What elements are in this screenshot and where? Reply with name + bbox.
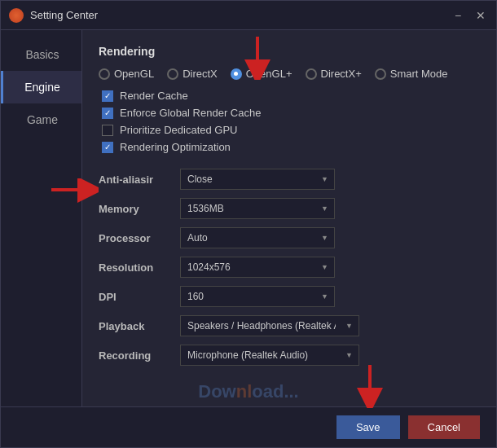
radio-opengl[interactable]: OpenGL <box>99 68 154 80</box>
radio-directx[interactable]: DirectX <box>167 68 218 80</box>
app-icon <box>9 8 24 23</box>
save-button[interactable]: Save <box>336 415 400 439</box>
rendering-options: OpenGL DirectX OpenGL+ DirectX+ Smart Mo… <box>99 68 480 80</box>
dpi-select[interactable]: 120 160 200 240 <box>180 286 335 307</box>
checkbox-render-cache-box[interactable] <box>102 90 113 102</box>
checkbox-render-cache-label: Render Cache <box>120 90 188 102</box>
label-playback: Playback <box>99 311 180 340</box>
checkbox-dedicated-gpu[interactable]: Prioritize Dedicated GPU <box>99 124 480 136</box>
dpi-dropdown-wrapper: 120 160 200 240 <box>180 286 335 307</box>
sidebar-item-game[interactable]: Game <box>1 103 81 136</box>
control-recording: Microphone (Realtek Audio) <box>180 340 480 370</box>
label-recording: Recording <box>99 340 180 370</box>
checkbox-render-opt-label: Rendering Optimization <box>120 141 231 153</box>
close-button[interactable]: ✕ <box>473 9 488 22</box>
section-title: Rendering <box>99 45 480 58</box>
radio-smartmode-label: Smart Mode <box>390 68 448 80</box>
processor-dropdown-wrapper: Auto 1 2 4 <box>180 227 335 248</box>
radio-opengl-label: OpenGL <box>114 68 154 80</box>
label-memory: Memory <box>99 194 180 223</box>
cancel-button[interactable]: Cancel <box>408 415 480 439</box>
radio-directx-indicator <box>167 68 178 80</box>
checkbox-dedicated-gpu-box[interactable] <box>102 125 113 136</box>
checkbox-render-opt[interactable]: Rendering Optimization <box>99 141 480 153</box>
memory-select[interactable]: 512MB 1024MB 1536MB 2048MB 4096MB <box>180 198 335 219</box>
label-resolution: Resolution <box>99 253 180 282</box>
radio-smartmode[interactable]: Smart Mode <box>375 68 448 80</box>
minimize-button[interactable]: − <box>451 9 465 22</box>
radio-directxplus-indicator <box>306 68 317 80</box>
control-dpi: 120 160 200 240 <box>180 282 480 311</box>
radio-openglplus-label: OpenGL+ <box>246 68 292 80</box>
control-processor: Auto 1 2 4 <box>180 223 480 253</box>
recording-select[interactable]: Microphone (Realtek Audio) <box>180 345 359 366</box>
playback-dropdown-wrapper: Speakers / Headphones (Realtek Audio) <box>180 315 359 336</box>
recording-dropdown-wrapper: Microphone (Realtek Audio) <box>180 345 359 366</box>
checkbox-dedicated-gpu-label: Prioritize Dedicated GPU <box>120 124 238 136</box>
control-antialiasing: Close 2x MSAA 4x MSAA 8x MSAA <box>180 165 480 194</box>
radio-directxplus-label: DirectX+ <box>321 68 362 80</box>
checkbox-render-opt-box[interactable] <box>102 142 113 153</box>
memory-dropdown-wrapper: 512MB 1024MB 1536MB 2048MB 4096MB <box>180 198 335 219</box>
label-antialiasing: Anti-aliasir <box>99 165 180 194</box>
checkbox-global-render[interactable]: Enforce Global Render Cache <box>99 107 480 119</box>
control-playback: Speakers / Headphones (Realtek Audio) <box>180 311 480 340</box>
window-controls: − ✕ <box>451 9 488 22</box>
sidebar-item-engine[interactable]: Engine <box>1 71 81 103</box>
antialiasing-select[interactable]: Close 2x MSAA 4x MSAA 8x MSAA <box>180 169 335 190</box>
label-dpi: DPI <box>99 282 180 311</box>
sidebar-item-basics[interactable]: Basics <box>1 38 81 71</box>
main-window: Setting Center − ✕ Basics Engine Game Re… <box>0 0 497 448</box>
resolution-select[interactable]: 800x600 1024x576 1280x720 1920x1080 <box>180 257 335 278</box>
content-area: Basics Engine Game Rendering OpenGL Dire… <box>1 30 496 406</box>
title-bar: Setting Center − ✕ <box>1 1 496 30</box>
radio-openglplus-indicator <box>231 68 242 80</box>
window-title: Setting Center <box>30 9 451 21</box>
control-resolution: 800x600 1024x576 1280x720 1920x1080 <box>180 253 480 282</box>
checkbox-render-cache[interactable]: Render Cache <box>99 90 480 102</box>
resolution-dropdown-wrapper: 800x600 1024x576 1280x720 1920x1080 <box>180 257 335 278</box>
checkbox-global-render-box[interactable] <box>102 108 113 119</box>
radio-opengl-indicator <box>99 68 110 80</box>
playback-select[interactable]: Speakers / Headphones (Realtek Audio) <box>180 315 359 336</box>
antialiasing-dropdown-wrapper: Close 2x MSAA 4x MSAA 8x MSAA <box>180 169 335 190</box>
checkbox-global-render-label: Enforce Global Render Cache <box>120 107 261 119</box>
sidebar: Basics Engine Game <box>1 30 82 406</box>
main-panel: Rendering OpenGL DirectX OpenGL+ Direc <box>82 30 496 406</box>
radio-directx-label: DirectX <box>183 68 218 80</box>
control-memory: 512MB 1024MB 1536MB 2048MB 4096MB <box>180 194 480 223</box>
processor-select[interactable]: Auto 1 2 4 <box>180 227 335 248</box>
label-processor: Processor <box>99 223 180 253</box>
radio-directxplus[interactable]: DirectX+ <box>306 68 362 80</box>
radio-smartmode-indicator <box>375 68 386 80</box>
settings-grid: Anti-aliasir Close 2x MSAA 4x MSAA 8x MS… <box>99 165 480 370</box>
radio-openglplus[interactable]: OpenGL+ <box>231 68 292 80</box>
footer: Download... Save Cancel <box>1 406 496 447</box>
